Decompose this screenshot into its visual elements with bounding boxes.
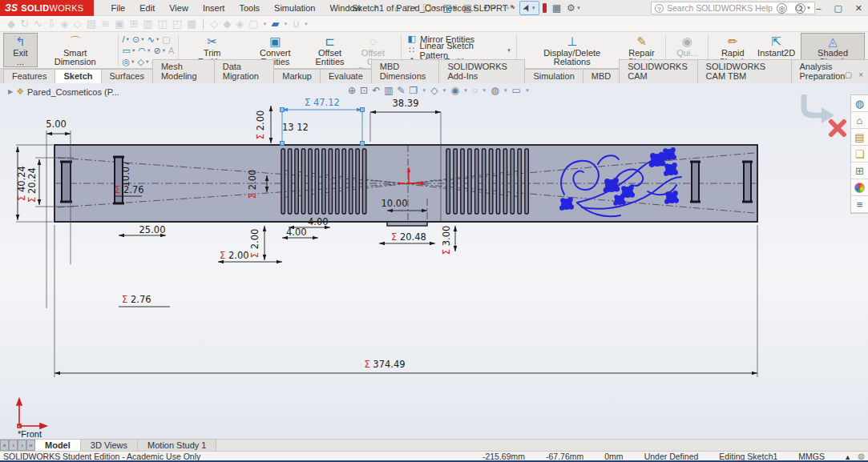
- linear-sketch-pattern-button[interactable]: ∷ Linear Sketch Pattern ▼: [406, 45, 511, 55]
- sketch-entity-button[interactable]: ⊙▼: [131, 34, 146, 45]
- file-explorer-icon[interactable]: ❏: [851, 146, 868, 163]
- tab-mbd[interactable]: MBD: [583, 69, 620, 83]
- dimension-label[interactable]: 25.00: [139, 224, 166, 235]
- tab-features[interactable]: Features: [3, 69, 55, 83]
- dimension-label[interactable]: 10.00: [382, 198, 408, 209]
- dimension-label[interactable]: Σ 2.76: [115, 184, 144, 195]
- appearance-icon[interactable]: ○: [472, 85, 478, 96]
- scene-icon-caret[interactable]: ▼: [503, 88, 508, 93]
- zoom-area-icon[interactable]: ⊡: [360, 85, 368, 96]
- view-orientation-icon[interactable]: ❒: [410, 85, 418, 96]
- dimension-label[interactable]: Σ 2.00: [220, 250, 249, 261]
- sketch-entity-button[interactable]: ∿▼: [147, 34, 161, 45]
- close-button[interactable]: ✕: [853, 3, 865, 14]
- dimension-label[interactable]: Σ 40.24: [16, 166, 27, 201]
- sketch-entity-button[interactable]: ◇▼: [137, 57, 151, 67]
- sketch-entity-button[interactable]: ▭▼: [121, 46, 136, 56]
- tab-scroll-icon[interactable]: ‹: [9, 440, 18, 451]
- sketch-entity-button[interactable]: /▼: [121, 34, 131, 45]
- bottom-tab-3d-views[interactable]: 3D Views: [81, 440, 138, 451]
- view-settings-icon[interactable]: ▭: [512, 85, 521, 96]
- hide-show-icon-caret[interactable]: ▼: [463, 88, 468, 93]
- doc-window-control-icon[interactable]: ▢: [845, 70, 852, 79]
- display-style-icon-caret[interactable]: ▼: [442, 88, 447, 93]
- doc-window-control-icon[interactable]: ▫: [824, 70, 827, 79]
- sketch-entity-button[interactable]: ⊘▼: [152, 46, 167, 56]
- menu-item[interactable]: Insert: [196, 2, 232, 14]
- hide-show-icon[interactable]: ◉: [451, 85, 459, 96]
- dimension-label[interactable]: 13 12: [282, 122, 309, 133]
- dimension-label[interactable]: 10.07: [120, 161, 131, 187]
- doc-window-control-icon[interactable]: ×: [858, 70, 863, 79]
- menu-item[interactable]: Tools: [232, 2, 266, 14]
- smart-dimension-button[interactable]: ⌒ Smart Dimension ▼: [38, 33, 113, 67]
- view-orientation-icon-caret[interactable]: ▼: [422, 88, 426, 93]
- dimension-label[interactable]: 38.39: [393, 98, 419, 109]
- exit-sketch-button[interactable]: ↰ Exit ... ▼: [3, 33, 38, 67]
- display-delete-relations-button[interactable]: ⊥ Display/Delete Relations ▼: [522, 33, 623, 67]
- restore-button[interactable]: ▢: [831, 3, 844, 14]
- dimension-label[interactable]: Σ 2.76: [122, 294, 151, 305]
- dimension-label[interactable]: Σ 47.12: [305, 97, 340, 108]
- tab-markup[interactable]: Markup: [273, 69, 321, 83]
- dimension-label[interactable]: Σ 2.00: [247, 170, 258, 199]
- user-account-icon[interactable]: ◎: [777, 3, 787, 14]
- home-icon[interactable]: ⌂: [851, 112, 868, 129]
- tab-simulation[interactable]: Simulation: [524, 69, 583, 83]
- sketch-entity-button[interactable]: ◠▼: [137, 46, 151, 56]
- sketch-entity-button[interactable]: ◎▼: [121, 57, 135, 67]
- bottom-tab-motion-study-1[interactable]: Motion Study 1: [138, 440, 216, 451]
- breadcrumb[interactable]: ▶ ❖ Pared_Cosmeticos (P...: [8, 86, 119, 97]
- offset-entities-button[interactable]: ⊏ Offset Entities: [310, 33, 350, 67]
- minimize-button[interactable]: –: [813, 3, 823, 13]
- tab-solidworks-add-ins[interactable]: SOLIDWORKS Add-Ins: [438, 59, 525, 83]
- breadcrumb-expand-icon[interactable]: ▶: [8, 88, 13, 95]
- menu-item[interactable]: Edit: [133, 2, 161, 14]
- tab-sketch[interactable]: Sketch: [55, 69, 101, 83]
- tab-solidworks-cam[interactable]: SOLIDWORKS CAM: [619, 59, 697, 83]
- appearance-icon-caret[interactable]: ▼: [482, 88, 486, 93]
- previous-view-icon[interactable]: ↶: [372, 85, 380, 96]
- menu-item[interactable]: File: [105, 2, 132, 14]
- dimension-label[interactable]: 5.00: [46, 119, 67, 130]
- dimension-label[interactable]: Σ 3.00: [441, 226, 452, 255]
- tab-scroll-icon[interactable]: ›: [18, 440, 26, 451]
- feature-toolbar-icon: ◆: [223, 18, 231, 30]
- menu-item[interactable]: View: [163, 2, 195, 14]
- dimension-label[interactable]: 4.00: [286, 227, 307, 238]
- dimension-label[interactable]: Σ 374.49: [364, 359, 405, 370]
- dimension-label[interactable]: Σ 2.00: [255, 110, 266, 140]
- dimension-label[interactable]: Σ 2.00: [249, 229, 260, 259]
- zoom-fit-icon[interactable]: ⊕: [348, 85, 356, 96]
- tab-mbd-dimensions[interactable]: MBD Dimensions: [371, 59, 440, 83]
- help-icon[interactable]: ?: [795, 3, 805, 14]
- scene-icon[interactable]: ◍: [491, 85, 499, 96]
- tab-data-migration[interactable]: Data Migration: [214, 59, 275, 83]
- tab-evaluate[interactable]: Evaluate: [320, 69, 372, 83]
- custom-properties-icon[interactable]: ≡: [851, 196, 868, 213]
- graphics-area[interactable]: 5.00Σ 40.24Σ 20.2410.07Σ 2.7625.00Σ 2.00…: [0, 83, 868, 439]
- doc-window-control-icon[interactable]: ▫: [815, 70, 818, 79]
- linear-pattern-caret-icon[interactable]: ▼: [507, 48, 511, 53]
- dimension-label[interactable]: Σ 20.24: [26, 167, 38, 203]
- doc-window-control-icon[interactable]: −: [834, 70, 838, 79]
- view-settings-icon-caret[interactable]: ▼: [525, 88, 530, 93]
- view-palette-icon[interactable]: ⊞: [851, 163, 868, 179]
- tab-scroll-icon[interactable]: «: [0, 440, 9, 451]
- section-view-icon[interactable]: ▥: [384, 85, 393, 96]
- design-library-icon[interactable]: ▤: [851, 129, 868, 146]
- resources-globe-icon[interactable]: ◍: [851, 95, 868, 112]
- tab-solidworks-cam-tbm[interactable]: SOLIDWORKS CAM TBM: [697, 59, 792, 83]
- cancel-sketch-icon[interactable]: [831, 122, 844, 135]
- bottom-tab-model[interactable]: Model: [35, 440, 81, 451]
- display-style-icon[interactable]: ◇: [430, 85, 438, 96]
- annotation-icon[interactable]: ✎: [398, 85, 406, 96]
- dimension-label[interactable]: 4.00: [308, 216, 329, 227]
- tab-scroll-icon[interactable]: »: [26, 440, 35, 451]
- appearances-icon[interactable]: [851, 179, 868, 196]
- status-tag-icon[interactable]: ◍: [858, 452, 868, 460]
- sketch-entity-button: A: [168, 46, 175, 56]
- dimension-label[interactable]: Σ 20.48: [391, 231, 426, 243]
- tab-surfaces[interactable]: Surfaces: [101, 69, 153, 83]
- tab-mesh-modeling[interactable]: Mesh Modeling: [152, 59, 215, 83]
